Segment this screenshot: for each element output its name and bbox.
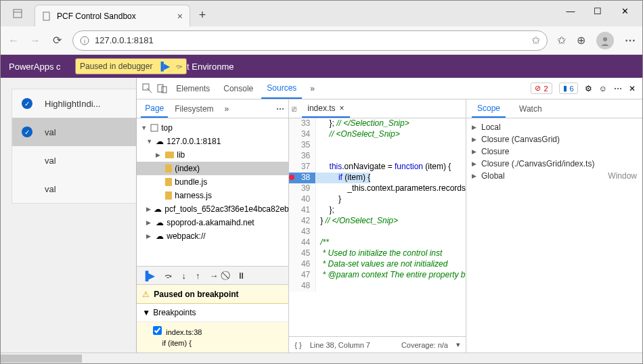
browser-tab[interactable]: PCF Control Sandbox × bbox=[35, 5, 190, 26]
file-icon bbox=[165, 191, 172, 200]
code-line[interactable]: 33 }; // </Selection_Snip> bbox=[289, 118, 466, 129]
favorites-hub-icon[interactable]: ✩ bbox=[557, 34, 566, 47]
devtools-tabstrip: Elements Console Sources » ⊘ 2 ▮ 6 ⚙ ☺ ⋯… bbox=[137, 78, 642, 99]
scope-row[interactable]: ▶Local bbox=[466, 121, 642, 133]
step-button[interactable]: → bbox=[209, 271, 218, 281]
step-over-icon[interactable]: ⤼ bbox=[175, 62, 182, 71]
url-field[interactable]: i 127.0.0.1:8181 ✩ bbox=[72, 30, 548, 51]
close-file-icon[interactable]: × bbox=[340, 104, 345, 113]
document-icon bbox=[42, 12, 51, 21]
navigator-more-icon[interactable]: ⋯ bbox=[276, 104, 284, 114]
breakpoint-item[interactable]: index.ts:38 if (item) { bbox=[137, 322, 288, 352]
code-line[interactable]: 37 this.onNavigate = function (item) { bbox=[289, 162, 466, 173]
devtools: Elements Console Sources » ⊘ 2 ▮ 6 ⚙ ☺ ⋯… bbox=[136, 78, 642, 352]
pause-exceptions-button[interactable]: ⏸ bbox=[237, 271, 246, 281]
cloud-icon bbox=[156, 231, 164, 241]
url-text: 127.0.0.1:8181 bbox=[95, 35, 526, 45]
svg-text:i: i bbox=[84, 38, 85, 45]
forward-button[interactable]: → bbox=[29, 35, 41, 47]
svg-rect-0 bbox=[14, 9, 22, 18]
code-line[interactable]: 48 bbox=[289, 281, 466, 292]
file-icon bbox=[165, 164, 172, 173]
code-line[interactable]: 39 _this.context.parameters.records bbox=[289, 183, 466, 194]
collections-icon[interactable]: ⊕ bbox=[577, 34, 585, 47]
profile-avatar[interactable] bbox=[596, 32, 614, 49]
code-line[interactable]: 45 * Used to initialize the control inst bbox=[289, 248, 466, 259]
breakpoint-checkbox[interactable] bbox=[153, 326, 162, 335]
scope-panel: Scope Watch ▶Local ▶Closure (CanvasGrid)… bbox=[466, 99, 642, 352]
debugger-paused-overlay: Paused in debugger ▐▶ ⤼ bbox=[75, 58, 187, 74]
code-line[interactable]: 42} // </OnSelect_Snip> bbox=[289, 216, 466, 227]
file-tree[interactable]: ▼top ▼127.0.0.1:8181 ▶lib (index) bundle… bbox=[137, 118, 288, 266]
pcf-grid[interactable]: HighlightIndi... val val val bbox=[12, 89, 136, 204]
subtab-page[interactable]: Page bbox=[141, 99, 168, 118]
more-icon[interactable]: ⋯ bbox=[614, 84, 622, 93]
code-line[interactable]: 46 * Data-set values are not initialized bbox=[289, 259, 466, 270]
cloud-icon bbox=[154, 204, 162, 214]
tab-sources[interactable]: Sources bbox=[261, 78, 302, 99]
paused-label: Paused in debugger bbox=[80, 62, 152, 71]
resume-button[interactable]: ▐▶ bbox=[142, 271, 155, 281]
pcf-row[interactable]: val bbox=[12, 175, 136, 203]
code-body[interactable]: 33 }; // </Selection_Snip>34 // <OnSelec… bbox=[289, 118, 466, 336]
settings-gear-icon[interactable]: ⚙ bbox=[585, 84, 592, 93]
site-info-icon[interactable]: i bbox=[80, 36, 89, 45]
code-line[interactable]: 43 bbox=[289, 227, 466, 237]
tab-elements[interactable]: Elements bbox=[171, 78, 215, 99]
new-tab-button[interactable]: + bbox=[193, 8, 212, 22]
warning-count-badge[interactable]: ▮ 6 bbox=[559, 83, 578, 94]
tabs-overflow-icon[interactable]: » bbox=[305, 78, 320, 99]
close-tab-icon[interactable]: × bbox=[177, 11, 183, 22]
code-line[interactable]: 38 if (item) { bbox=[289, 173, 466, 183]
code-line[interactable]: 44/** bbox=[289, 237, 466, 248]
tab-watch[interactable]: Watch bbox=[514, 99, 548, 118]
cloud-icon bbox=[156, 218, 164, 227]
subtabs-overflow-icon[interactable]: » bbox=[221, 99, 234, 118]
pcf-row[interactable]: val bbox=[12, 118, 136, 146]
minimize-button[interactable]: — bbox=[564, 6, 577, 16]
pcf-row[interactable]: val bbox=[12, 146, 136, 175]
coverage-menu-icon[interactable]: ▾ bbox=[456, 340, 460, 349]
code-line[interactable]: 36 bbox=[289, 151, 466, 162]
code-line[interactable]: 41 }; bbox=[289, 205, 466, 216]
row-checkbox-icon[interactable] bbox=[22, 98, 32, 109]
error-count-badge[interactable]: ⊘ 2 bbox=[531, 83, 552, 94]
code-line[interactable]: 40 } bbox=[289, 194, 466, 205]
code-line[interactable]: 35 bbox=[289, 140, 466, 151]
tab-scope[interactable]: Scope bbox=[472, 99, 506, 118]
scope-row[interactable]: ▶Closure (./CanvasGrid/index.ts) bbox=[466, 158, 642, 170]
horizontal-scrollbar[interactable] bbox=[1, 352, 642, 363]
scope-row[interactable]: ▶GlobalWindow bbox=[466, 170, 642, 182]
open-file-tab[interactable]: index.ts× bbox=[302, 99, 349, 118]
powerapps-header: PowerApps c Paused in debugger ▐▶ ⤼ st E… bbox=[1, 55, 642, 78]
device-toolbar-icon[interactable] bbox=[156, 83, 168, 95]
maximize-button[interactable]: ☐ bbox=[591, 6, 604, 16]
tab-console[interactable]: Console bbox=[218, 78, 259, 99]
feedback-icon[interactable]: ☺ bbox=[599, 84, 607, 93]
refresh-button[interactable]: ⟳ bbox=[51, 35, 63, 47]
back-button[interactable]: ← bbox=[7, 35, 20, 47]
brackets-icon[interactable]: { } bbox=[294, 341, 301, 349]
inspect-element-icon[interactable] bbox=[141, 83, 153, 95]
browser-menu-button[interactable]: ⋯ bbox=[625, 34, 636, 47]
close-window-button[interactable]: ✕ bbox=[618, 6, 631, 16]
step-into-button[interactable]: ↓ bbox=[181, 271, 186, 281]
step-over-button[interactable]: ⤼ bbox=[164, 271, 172, 281]
subtab-filesystem[interactable]: Filesystem bbox=[171, 99, 217, 118]
folder-icon bbox=[165, 152, 174, 158]
debugger-controls: ▐▶ ⤼ ↓ ↑ → ⃠ ⏸ bbox=[137, 266, 288, 285]
close-devtools-icon[interactable]: ✕ bbox=[629, 84, 636, 93]
favorite-icon[interactable]: ✩ bbox=[531, 34, 540, 47]
toggle-navigator-icon[interactable]: ⎚ bbox=[292, 104, 296, 114]
breakpoints-header[interactable]: ▼Breakpoints bbox=[137, 304, 288, 322]
scope-row[interactable]: ▶Closure bbox=[466, 145, 642, 158]
window-icon bbox=[150, 124, 158, 132]
pcf-row[interactable]: HighlightIndi... bbox=[12, 89, 136, 118]
scope-row[interactable]: ▶Closure (CanvasGrid) bbox=[466, 133, 642, 145]
svg-point-5 bbox=[603, 37, 607, 41]
step-out-button[interactable]: ↑ bbox=[196, 271, 200, 281]
row-checkbox-icon[interactable] bbox=[22, 127, 32, 137]
code-line[interactable]: 47 * @param context The entire property … bbox=[289, 270, 466, 281]
code-line[interactable]: 34 // <OnSelect_Snip> bbox=[289, 129, 466, 140]
resume-icon[interactable]: ▐▶ bbox=[158, 62, 170, 71]
